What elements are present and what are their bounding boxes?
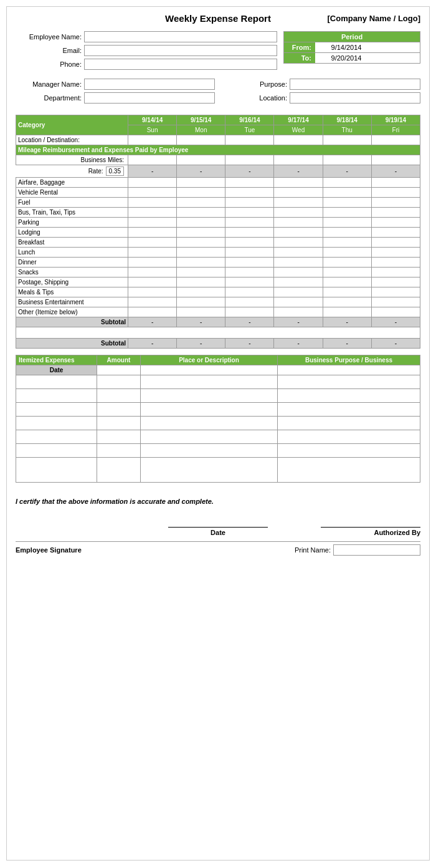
miles-fri[interactable]: [371, 155, 420, 165]
rate-input[interactable]: 0.35: [106, 166, 124, 176]
itemized-date-1[interactable]: [16, 375, 97, 389]
phone-input[interactable]: [84, 59, 277, 70]
date-mon: 9/15/14: [177, 115, 225, 125]
miles-thu[interactable]: [323, 155, 371, 165]
employee-name-input[interactable]: [84, 31, 277, 42]
miles-wed[interactable]: [274, 155, 323, 165]
itemized-place-3[interactable]: [141, 403, 278, 417]
email-label: Email:: [16, 47, 84, 54]
cat-lodging: Lodging: [16, 228, 128, 238]
itemized-purpose-1[interactable]: [278, 375, 420, 389]
date-fri: 9/19/14: [371, 115, 420, 125]
company-name: [Company Name / Logo]: [308, 14, 420, 23]
cat-bus: Bus, Train, Taxi, Tips: [16, 208, 128, 218]
cat-parking: Parking: [16, 218, 128, 228]
itemized-date-4[interactable]: [16, 417, 97, 430]
print-name-label: Print Name:: [295, 546, 331, 554]
itemized-row-2[interactable]: [16, 389, 420, 403]
itemized-purpose-3[interactable]: [278, 403, 420, 417]
loc-wed[interactable]: [274, 135, 323, 145]
day-mon: Mon: [177, 125, 225, 135]
department-input[interactable]: [84, 92, 215, 104]
loc-mon[interactable]: [177, 135, 225, 145]
miles-mon[interactable]: [177, 155, 225, 165]
itemized-amount-1[interactable]: [97, 375, 141, 389]
date-sun: 9/14/14: [128, 115, 177, 125]
itemized-amount-4[interactable]: [97, 417, 141, 430]
sub1-wed: -: [274, 317, 323, 327]
itemized-amount-2[interactable]: [97, 389, 141, 403]
loc-thu[interactable]: [323, 135, 371, 145]
itemized-place-7[interactable]: [141, 458, 278, 483]
itemized-row-4[interactable]: [16, 417, 420, 430]
itemized-date-3[interactable]: [16, 403, 97, 417]
phone-label: Phone:: [16, 60, 84, 68]
day-fri: Fri: [371, 125, 420, 135]
itemized-purpose-6[interactable]: [278, 444, 420, 458]
subtotal2-label: Subtotal: [16, 339, 128, 349]
miles-tue[interactable]: [225, 155, 274, 165]
rate-dash-tue: -: [225, 165, 274, 178]
airfare-fri[interactable]: [371, 178, 420, 188]
employee-name-label: Employee Name:: [16, 33, 84, 41]
itemized-date-6[interactable]: [16, 444, 97, 458]
cat-fuel: Fuel: [16, 198, 128, 208]
itemized-purpose-2[interactable]: [278, 389, 420, 403]
cat-entertainment: Business Entertainment: [16, 297, 128, 307]
itemized-amount-6[interactable]: [97, 444, 141, 458]
day-thu: Thu: [323, 125, 371, 135]
itemized-purpose-4[interactable]: [278, 417, 420, 430]
bottom-sig-row: Employee Signature Print Name:: [16, 541, 420, 556]
loc-fri[interactable]: [371, 135, 420, 145]
rate-dash-thu: -: [323, 165, 371, 178]
miles-sun[interactable]: [128, 155, 177, 165]
itemized-place-2[interactable]: [141, 389, 278, 403]
employee-sig-label: Employee Signature: [16, 546, 82, 554]
loc-tue[interactable]: [225, 135, 274, 145]
sub1-mon: -: [177, 317, 225, 327]
purpose-input[interactable]: [290, 79, 420, 90]
itemized-row-6[interactable]: [16, 444, 420, 458]
itemized-purpose-7[interactable]: [278, 458, 420, 483]
itemized-header: Itemized Expenses: [16, 355, 97, 365]
cat-dinner: Dinner: [16, 258, 128, 268]
airfare-thu[interactable]: [323, 178, 371, 188]
itemized-row-1[interactable]: [16, 375, 420, 389]
itemized-date-2[interactable]: [16, 389, 97, 403]
location-destination-label: Location / Destination:: [16, 135, 128, 145]
business-miles-label: Business Miles:: [16, 155, 128, 165]
manager-input[interactable]: [84, 79, 215, 90]
itemized-place-5[interactable]: [141, 430, 278, 444]
itemized-amount-3[interactable]: [97, 403, 141, 417]
from-value: 9/14/2014: [315, 42, 377, 52]
cat-postage: Postage, Shipping: [16, 277, 128, 287]
airfare-wed[interactable]: [274, 178, 323, 188]
cat-vehicle: Vehicle Rental: [16, 188, 128, 198]
email-input[interactable]: [84, 45, 277, 56]
itemized-date-5[interactable]: [16, 430, 97, 444]
itemized-date-7[interactable]: [16, 458, 97, 483]
print-name-input[interactable]: [333, 544, 420, 556]
date-thu: 9/18/14: [323, 115, 371, 125]
airfare-sun[interactable]: [128, 178, 177, 188]
airfare-tue[interactable]: [225, 178, 274, 188]
manager-label: Manager Name:: [16, 80, 84, 88]
to-value: 9/20/2014: [315, 53, 377, 63]
itemized-row-5[interactable]: [16, 430, 420, 444]
itemized-amount-5[interactable]: [97, 430, 141, 444]
itemized-row-3[interactable]: [16, 403, 420, 417]
location-input[interactable]: [290, 92, 420, 104]
day-wed: Wed: [274, 125, 323, 135]
cat-breakfast: Breakfast: [16, 238, 128, 248]
itemized-amount-7[interactable]: [97, 458, 141, 483]
rate-dash-mon: -: [177, 165, 225, 178]
itemized-place-6[interactable]: [141, 444, 278, 458]
itemized-purpose-5[interactable]: [278, 430, 420, 444]
itemized-place-4[interactable]: [141, 417, 278, 430]
period-title: Period: [284, 32, 420, 42]
itemized-place-1[interactable]: [141, 375, 278, 389]
itemized-row-7[interactable]: [16, 458, 420, 483]
sub1-sun: -: [128, 317, 177, 327]
loc-sun[interactable]: [128, 135, 177, 145]
airfare-mon[interactable]: [177, 178, 225, 188]
